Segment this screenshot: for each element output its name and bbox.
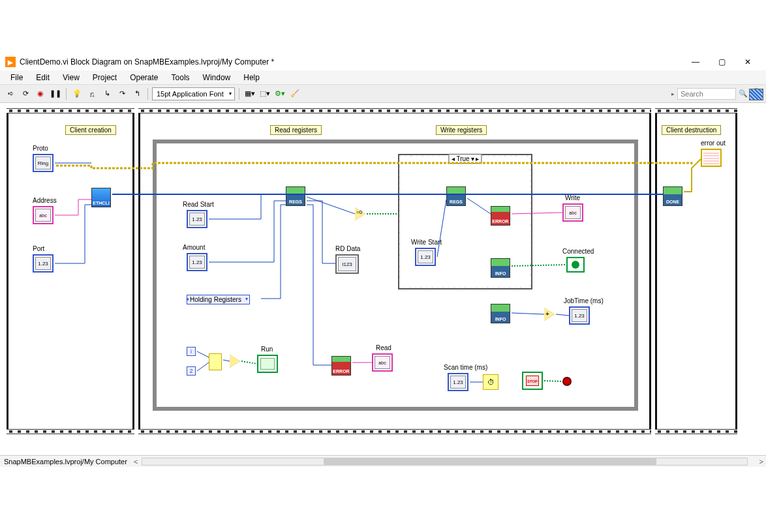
statusbar: SnapMBExamples.lvproj/My Computer < > <box>0 455 766 467</box>
stop-text: STOP <box>526 376 539 386</box>
menu-window[interactable]: Window <box>196 72 237 83</box>
control-proto[interactable]: Ring <box>33 154 54 172</box>
subvi-done[interactable]: DONE <box>663 186 682 206</box>
subvi-info-connected[interactable]: INFO <box>491 258 510 278</box>
indicator-run[interactable] <box>257 355 278 373</box>
step-into-button[interactable]: ↳ <box>100 87 114 100</box>
menu-view[interactable]: View <box>56 72 86 83</box>
retain-wire-button[interactable]: ⎌ <box>85 87 99 100</box>
run-button[interactable]: ➪ <box>4 87 17 100</box>
run-cont-button[interactable]: ⟳ <box>19 87 32 100</box>
subvi-ethcli[interactable]: ETHCLI <box>91 188 111 207</box>
indicator-read[interactable]: abc <box>372 353 393 372</box>
minimize-button[interactable]: — <box>682 53 709 70</box>
step-out-button[interactable]: ↰ <box>130 87 144 100</box>
cleanup-button[interactable]: 🧹 <box>288 87 301 100</box>
prim-eq0-b[interactable] <box>230 355 240 368</box>
status-back-icon[interactable]: < <box>131 458 140 466</box>
label-run: Run <box>261 346 273 353</box>
label-client-creation: Client creation <box>65 125 116 135</box>
subvi-regs-write[interactable]: REGS <box>446 186 466 206</box>
label-jobtime: JobTime (ms) <box>564 297 604 304</box>
label-rd-data: RD Data <box>335 245 360 252</box>
control-holding-registers[interactable]: Holding Registers <box>187 295 250 304</box>
subvi-ethcli-label: ETHCLI <box>92 201 110 205</box>
control-stop[interactable]: STOP <box>522 372 543 390</box>
subvi-info-jobtime[interactable]: INFO <box>491 304 510 323</box>
label-read-registers: Read registers <box>270 125 322 135</box>
maximize-button[interactable]: ▢ <box>709 53 735 70</box>
control-amount[interactable]: 1.23 <box>187 253 207 271</box>
label-address: Address <box>33 197 57 204</box>
menu-help[interactable]: Help <box>237 72 266 83</box>
const-two[interactable]: 2 <box>187 366 196 376</box>
indicator-jobtime[interactable]: 1.23 <box>569 306 590 325</box>
while-loop[interactable] <box>153 140 638 411</box>
reorder-button[interactable]: ⚙▾ <box>273 87 286 100</box>
control-address[interactable]: abc <box>33 206 54 224</box>
menu-file[interactable]: File <box>4 72 29 83</box>
indicator-rd-data[interactable]: I123 <box>335 254 359 274</box>
menu-tools[interactable]: Tools <box>165 72 196 83</box>
indicator-error-out[interactable] <box>701 149 722 167</box>
titlebar: ▶ ClientDemo.vi Block Diagram on SnapMBE… <box>0 53 766 70</box>
pause-button[interactable]: ❚❚ <box>49 87 62 100</box>
case-selector[interactable]: ◂True▾▸ <box>448 154 482 164</box>
menu-operate[interactable]: Operate <box>123 72 164 83</box>
control-scan-time[interactable]: 1.23 <box>448 373 468 391</box>
subvi-error-write[interactable]: ERROR <box>491 206 510 226</box>
plus-label: + <box>545 310 549 318</box>
loop-stop-terminal[interactable] <box>562 377 572 386</box>
label-write-start: Write Start <box>411 239 442 246</box>
step-over-button[interactable]: ↷ <box>115 87 129 100</box>
subvi-regs-label: REGS <box>286 200 305 204</box>
indicator-connected[interactable] <box>566 257 585 273</box>
search-input[interactable] <box>677 88 736 100</box>
close-button[interactable]: ✕ <box>735 53 761 70</box>
wait-timer[interactable]: ⏱ <box>483 374 498 390</box>
abort-button[interactable]: ◉ <box>34 87 47 100</box>
seq-frame-client-destruction[interactable] <box>655 108 737 434</box>
distribute-button[interactable]: ⬚▾ <box>258 87 271 100</box>
scrollbar-thumb[interactable] <box>324 458 656 465</box>
menu-project[interactable]: Project <box>86 72 123 83</box>
label-amount: Amount <box>183 244 205 251</box>
subvi-error-read[interactable]: ERROR <box>331 356 351 376</box>
film-strip <box>655 429 737 434</box>
abc-text: abc <box>565 206 581 219</box>
horizontal-scrollbar[interactable] <box>142 458 747 466</box>
highlight-button[interactable]: 💡 <box>70 87 84 100</box>
toolbar-sep <box>66 88 67 100</box>
label-proto: Proto <box>33 145 48 152</box>
status-fwd-icon[interactable]: > <box>757 458 766 466</box>
menu-edit[interactable]: Edit <box>29 72 56 83</box>
indicator-write[interactable]: abc <box>562 203 583 222</box>
block-diagram-canvas[interactable]: Client creation Proto Ring Address abc P… <box>0 103 766 458</box>
control-read-start[interactable]: 1.23 <box>187 210 207 228</box>
toolbar-sep3 <box>239 88 239 100</box>
palette-icon[interactable] <box>749 89 763 100</box>
seq-frame-client-creation[interactable] <box>7 108 134 434</box>
case-next-icon[interactable]: ▸ <box>476 155 479 162</box>
control-port[interactable]: 1.23 <box>33 254 54 273</box>
align-button[interactable]: ▦▾ <box>243 87 256 100</box>
control-write-start[interactable]: 1.23 <box>415 248 436 266</box>
film-strip <box>138 429 651 434</box>
case-inner <box>401 156 530 287</box>
film-strip <box>655 108 737 113</box>
subvi-error-label: ERROR <box>332 369 350 374</box>
num-text: 1.23 <box>450 376 466 389</box>
case-prev-icon[interactable]: ◂ <box>452 155 455 162</box>
search-icon[interactable]: 🔍 <box>739 89 748 98</box>
font-selector[interactable]: 15pt Application Font <box>152 87 235 100</box>
case-dropdown-icon[interactable]: ▾ <box>471 155 474 162</box>
case-structure[interactable]: ◂True▾▸ <box>398 154 532 289</box>
search-expand-icon[interactable]: ▸ <box>671 91 675 97</box>
case-value: True <box>456 155 469 162</box>
num-text: 1.23 <box>189 213 205 226</box>
const-i[interactable]: i <box>187 347 196 356</box>
app-window: ▶ ClientDemo.vi Block Diagram on SnapMBE… <box>0 53 766 471</box>
label-client-destruction: Client destruction <box>662 125 721 135</box>
subvi-regs-read[interactable]: REGS <box>286 186 305 206</box>
quotient-remainder[interactable] <box>209 353 222 370</box>
